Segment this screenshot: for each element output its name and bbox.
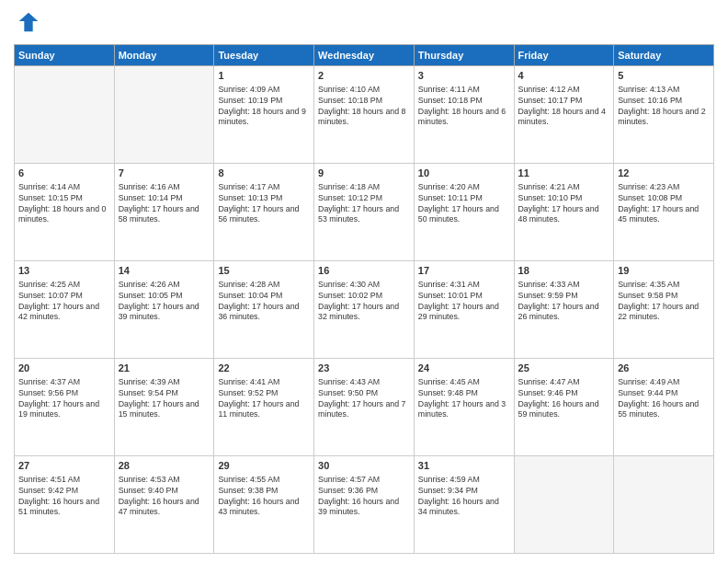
day-detail: Sunrise: 4:45 AMSunset: 9:48 PMDaylight:… [418, 377, 510, 421]
calendar-cell: 4Sunrise: 4:12 AMSunset: 10:17 PMDayligh… [514, 66, 614, 164]
day-number: 23 [318, 362, 410, 375]
calendar-cell: 20Sunrise: 4:37 AMSunset: 9:56 PMDayligh… [15, 359, 115, 456]
weekday-header: Wednesday [314, 45, 415, 66]
weekday-header: Friday [514, 45, 614, 66]
day-number: 27 [18, 459, 110, 473]
calendar-cell: 31Sunrise: 4:59 AMSunset: 9:34 PMDayligh… [414, 456, 514, 554]
day-detail: Sunrise: 4:35 AMSunset: 9:58 PMDaylight:… [618, 280, 710, 324]
day-number: 25 [518, 362, 610, 375]
day-detail: Sunrise: 4:33 AMSunset: 9:59 PMDaylight:… [518, 280, 610, 324]
calendar-cell: 5Sunrise: 4:13 AMSunset: 10:16 PMDayligh… [614, 66, 714, 164]
day-number: 5 [618, 69, 710, 83]
day-detail: Sunrise: 4:18 AMSunset: 10:12 PMDaylight… [318, 182, 410, 226]
calendar-cell: 30Sunrise: 4:57 AMSunset: 9:36 PMDayligh… [314, 456, 415, 554]
calendar-cell: 14Sunrise: 4:26 AMSunset: 10:05 PMDaylig… [114, 261, 214, 359]
day-number: 24 [418, 362, 510, 375]
weekday-header: Monday [114, 45, 214, 66]
calendar-cell: 9Sunrise: 4:18 AMSunset: 10:12 PMDayligh… [314, 164, 415, 261]
day-number: 13 [18, 264, 110, 278]
day-detail: Sunrise: 4:53 AMSunset: 9:40 PMDaylight:… [119, 475, 210, 519]
day-detail: Sunrise: 4:13 AMSunset: 10:16 PMDaylight… [618, 85, 710, 129]
calendar-cell: 3Sunrise: 4:11 AMSunset: 10:18 PMDayligh… [414, 66, 514, 164]
calendar-cell: 28Sunrise: 4:53 AMSunset: 9:40 PMDayligh… [114, 456, 214, 554]
calendar-week-row: 1Sunrise: 4:09 AMSunset: 10:19 PMDayligh… [15, 66, 714, 164]
day-number: 15 [218, 264, 310, 278]
calendar-cell [114, 66, 214, 164]
svg-marker-0 [19, 13, 39, 32]
day-number: 20 [18, 362, 110, 375]
day-detail: Sunrise: 4:41 AMSunset: 9:52 PMDaylight:… [218, 377, 310, 421]
day-number: 19 [618, 264, 710, 278]
day-detail: Sunrise: 4:37 AMSunset: 9:56 PMDaylight:… [18, 377, 110, 421]
calendar-table: SundayMondayTuesdayWednesdayThursdayFrid… [14, 44, 714, 554]
day-detail: Sunrise: 4:23 AMSunset: 10:08 PMDaylight… [618, 182, 710, 226]
day-number: 9 [318, 167, 410, 180]
calendar-cell: 22Sunrise: 4:41 AMSunset: 9:52 PMDayligh… [214, 359, 314, 456]
day-detail: Sunrise: 4:51 AMSunset: 9:42 PMDaylight:… [18, 475, 110, 519]
day-number: 7 [119, 167, 210, 180]
calendar-cell: 11Sunrise: 4:21 AMSunset: 10:10 PMDaylig… [514, 164, 614, 261]
day-number: 21 [119, 362, 210, 375]
calendar-header-row: SundayMondayTuesdayWednesdayThursdayFrid… [15, 45, 714, 66]
day-detail: Sunrise: 4:57 AMSunset: 9:36 PMDaylight:… [318, 475, 410, 519]
day-detail: Sunrise: 4:55 AMSunset: 9:38 PMDaylight:… [218, 475, 310, 519]
day-number: 8 [218, 167, 310, 180]
day-detail: Sunrise: 4:47 AMSunset: 9:46 PMDaylight:… [518, 377, 610, 421]
day-number: 2 [318, 69, 410, 83]
day-number: 26 [618, 362, 710, 375]
day-number: 31 [418, 459, 510, 473]
calendar-cell: 15Sunrise: 4:28 AMSunset: 10:04 PMDaylig… [214, 261, 314, 359]
day-detail: Sunrise: 4:31 AMSunset: 10:01 PMDaylight… [418, 280, 510, 324]
header [14, 9, 714, 39]
calendar-cell: 26Sunrise: 4:49 AMSunset: 9:44 PMDayligh… [614, 359, 714, 456]
calendar-week-row: 6Sunrise: 4:14 AMSunset: 10:15 PMDayligh… [15, 164, 714, 261]
logo [14, 9, 41, 39]
day-detail: Sunrise: 4:28 AMSunset: 10:04 PMDaylight… [218, 280, 310, 324]
calendar-cell: 23Sunrise: 4:43 AMSunset: 9:50 PMDayligh… [314, 359, 415, 456]
day-number: 1 [218, 69, 310, 83]
day-detail: Sunrise: 4:30 AMSunset: 10:02 PMDaylight… [318, 280, 410, 324]
calendar-cell: 19Sunrise: 4:35 AMSunset: 9:58 PMDayligh… [614, 261, 714, 359]
day-detail: Sunrise: 4:25 AMSunset: 10:07 PMDaylight… [18, 280, 110, 324]
calendar-cell: 27Sunrise: 4:51 AMSunset: 9:42 PMDayligh… [15, 456, 115, 554]
day-detail: Sunrise: 4:12 AMSunset: 10:17 PMDaylight… [518, 85, 610, 129]
calendar-cell: 12Sunrise: 4:23 AMSunset: 10:08 PMDaylig… [614, 164, 714, 261]
calendar-cell [614, 456, 714, 554]
day-number: 11 [518, 167, 610, 180]
day-detail: Sunrise: 4:20 AMSunset: 10:11 PMDaylight… [418, 182, 510, 226]
calendar-cell [514, 456, 614, 554]
day-number: 4 [518, 69, 610, 83]
calendar-cell: 17Sunrise: 4:31 AMSunset: 10:01 PMDaylig… [414, 261, 514, 359]
day-detail: Sunrise: 4:26 AMSunset: 10:05 PMDaylight… [119, 280, 210, 324]
calendar-cell [15, 66, 115, 164]
calendar-cell: 13Sunrise: 4:25 AMSunset: 10:07 PMDaylig… [15, 261, 115, 359]
day-number: 28 [119, 459, 210, 473]
calendar-cell: 10Sunrise: 4:20 AMSunset: 10:11 PMDaylig… [414, 164, 514, 261]
day-detail: Sunrise: 4:11 AMSunset: 10:18 PMDaylight… [418, 85, 510, 129]
day-detail: Sunrise: 4:17 AMSunset: 10:13 PMDaylight… [218, 182, 310, 226]
calendar-cell: 18Sunrise: 4:33 AMSunset: 9:59 PMDayligh… [514, 261, 614, 359]
calendar-cell: 24Sunrise: 4:45 AMSunset: 9:48 PMDayligh… [414, 359, 514, 456]
day-number: 12 [618, 167, 710, 180]
calendar-cell: 7Sunrise: 4:16 AMSunset: 10:14 PMDayligh… [114, 164, 214, 261]
calendar-cell: 16Sunrise: 4:30 AMSunset: 10:02 PMDaylig… [314, 261, 415, 359]
calendar-cell: 29Sunrise: 4:55 AMSunset: 9:38 PMDayligh… [214, 456, 314, 554]
day-detail: Sunrise: 4:43 AMSunset: 9:50 PMDaylight:… [318, 377, 410, 421]
day-number: 22 [218, 362, 310, 375]
day-number: 18 [518, 264, 610, 278]
day-detail: Sunrise: 4:49 AMSunset: 9:44 PMDaylight:… [618, 377, 710, 421]
day-number: 16 [318, 264, 410, 278]
weekday-header: Thursday [414, 45, 514, 66]
day-detail: Sunrise: 4:09 AMSunset: 10:19 PMDaylight… [218, 85, 310, 129]
weekday-header: Sunday [15, 45, 115, 66]
calendar-cell: 1Sunrise: 4:09 AMSunset: 10:19 PMDayligh… [214, 66, 314, 164]
weekday-header: Tuesday [214, 45, 314, 66]
day-number: 30 [318, 459, 410, 473]
logo-icon [16, 9, 41, 35]
calendar-cell: 8Sunrise: 4:17 AMSunset: 10:13 PMDayligh… [214, 164, 314, 261]
day-detail: Sunrise: 4:21 AMSunset: 10:10 PMDaylight… [518, 182, 610, 226]
day-number: 29 [218, 459, 310, 473]
day-detail: Sunrise: 4:59 AMSunset: 9:34 PMDaylight:… [418, 475, 510, 519]
day-number: 14 [119, 264, 210, 278]
calendar-cell: 2Sunrise: 4:10 AMSunset: 10:18 PMDayligh… [314, 66, 415, 164]
